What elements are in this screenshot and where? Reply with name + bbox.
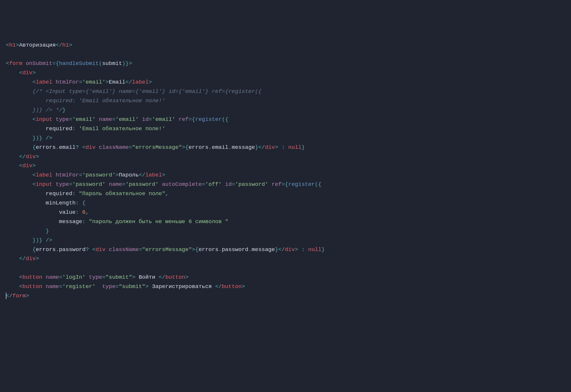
h1-text: Авторизация bbox=[19, 42, 56, 48]
comment-block: {/* <Input type={'email'} name={'email'}… bbox=[6, 88, 262, 113]
tag-form: form bbox=[9, 60, 22, 67]
tag-h1: h1 bbox=[9, 42, 16, 48]
button-register-text: Зарегистрироваться bbox=[149, 283, 215, 290]
label-password-text: Пароль bbox=[119, 172, 139, 178]
button-login-text: Войти bbox=[135, 274, 159, 280]
code-editor[interactable]: <h1>Авторизация</h1> <form onSubmit={han… bbox=[6, 41, 565, 301]
label-email-text: Email bbox=[109, 79, 126, 85]
